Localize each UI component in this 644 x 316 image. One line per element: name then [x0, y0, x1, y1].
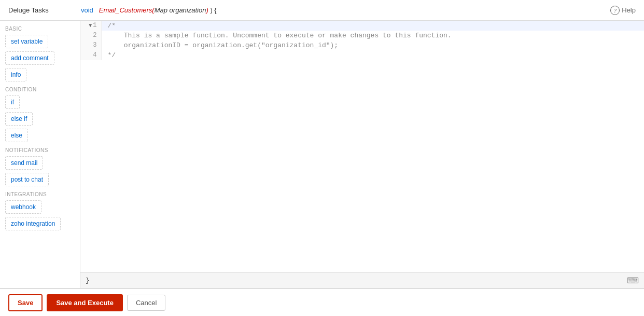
- closing-brace: }: [86, 277, 627, 284]
- cancel-button[interactable]: Cancel: [127, 295, 165, 311]
- sidebar-item-set-variable[interactable]: set variable: [5, 35, 48, 48]
- code-editor[interactable]: ▼1 /* 2 This is a sample function. Uncom…: [80, 21, 644, 288]
- void-keyword: void: [81, 6, 93, 14]
- app-title: Deluge Tasks: [8, 6, 81, 14]
- sidebar-item-add-comment[interactable]: add comment: [5, 51, 54, 65]
- sidebar-item-post-to-chat[interactable]: post to chat: [5, 173, 49, 186]
- help-label: Help: [622, 6, 636, 14]
- code-line-2: 2 This is a sample function. Uncomment t…: [80, 31, 644, 40]
- top-bar: Deluge Tasks void Email_Customers(Map or…: [0, 0, 644, 21]
- section-label-basic: BASIC: [5, 26, 75, 32]
- help-icon: ?: [610, 6, 620, 15]
- sidebar-item-send-mail[interactable]: send mail: [5, 156, 43, 170]
- code-content-1: /*: [101, 21, 644, 31]
- main-content: BASIC set variable add comment info COND…: [0, 21, 644, 288]
- line-number-3: 3: [80, 40, 101, 50]
- code-line-4: 4 */: [80, 50, 644, 60]
- function-name: Email_Customers(Map organization): [99, 6, 208, 14]
- save-and-execute-button[interactable]: Save and Execute: [47, 294, 123, 311]
- line-number-2: 2: [80, 31, 101, 40]
- sidebar-item-info[interactable]: info: [5, 68, 26, 81]
- sidebar-item-if[interactable]: if: [5, 95, 20, 109]
- help-button[interactable]: ? Help: [610, 6, 636, 15]
- editor-footer: } ⌨: [80, 272, 644, 288]
- collapse-arrow[interactable]: ▼: [89, 23, 92, 29]
- sidebar-item-else-if[interactable]: else if: [5, 112, 33, 126]
- bottom-bar: Save Save and Execute Cancel: [0, 288, 644, 316]
- code-content-4: */: [101, 50, 644, 60]
- code-line-1: ▼1 /*: [80, 21, 644, 31]
- section-label-integrations: INTEGRATIONS: [5, 191, 75, 197]
- function-signature: void Email_Customers(Map organization) )…: [81, 6, 610, 14]
- sidebar-item-else[interactable]: else: [5, 129, 28, 142]
- editor-area[interactable]: ▼1 /* 2 This is a sample function. Uncom…: [80, 21, 644, 272]
- code-line-3: 3 organizationID = organization.get("org…: [80, 40, 644, 50]
- code-content-3: organizationID = organization.get("organ…: [101, 40, 644, 50]
- code-content-2: This is a sample function. Uncomment to …: [101, 31, 644, 40]
- sidebar-item-zoho-integration[interactable]: zoho integration: [5, 217, 61, 230]
- sidebar: BASIC set variable add comment info COND…: [0, 21, 80, 288]
- sidebar-item-webhook[interactable]: webhook: [5, 200, 41, 214]
- code-table: ▼1 /* 2 This is a sample function. Uncom…: [80, 21, 644, 60]
- save-button[interactable]: Save: [8, 294, 43, 311]
- section-label-condition: CONDITION: [5, 87, 75, 92]
- section-label-notifications: NOTIFICATIONS: [5, 147, 75, 153]
- line-number-1: ▼1: [80, 21, 101, 31]
- line-number-4: 4: [80, 50, 101, 60]
- keyboard-icon[interactable]: ⌨: [627, 276, 639, 285]
